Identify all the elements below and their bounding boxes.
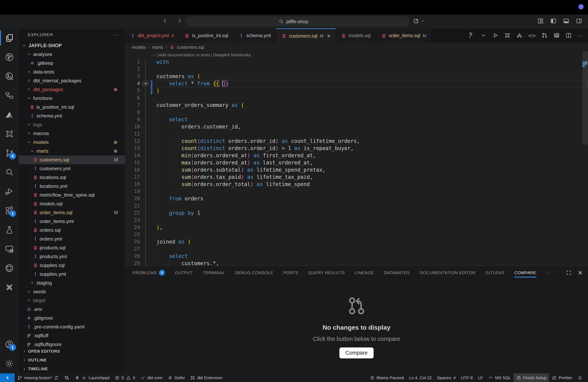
tab-is_positive_int.sql[interactable]: is_positive_int.sql bbox=[179, 28, 233, 43]
line-content[interactable]: sum(orders.subtotal) as lifetime_spend_p… bbox=[156, 166, 588, 173]
table-action[interactable] bbox=[553, 32, 560, 39]
codelens-actions[interactable]: ··· | Add documentation or tests | Datap… bbox=[125, 52, 588, 58]
breadcrumb-item[interactable]: marts bbox=[152, 45, 163, 50]
code-line-13[interactable]: 13 count(distinct orders.order_id) > 1 a… bbox=[125, 145, 588, 152]
line-content[interactable]: max(orders.ordered_at) as last_ordered_a… bbox=[156, 159, 588, 166]
line-content[interactable]: count(distinct orders.order_id) as count… bbox=[156, 137, 588, 145]
tree-item-target[interactable]: target bbox=[19, 296, 125, 305]
tree-item-dbt_internal_packages[interactable]: dbt_internal_packages bbox=[19, 76, 125, 85]
section-open-editors[interactable]: OPEN EDITORS bbox=[19, 347, 125, 356]
line-content[interactable] bbox=[156, 130, 588, 137]
add-line-button[interactable]: + bbox=[142, 80, 149, 87]
code-line-14[interactable]: 14 min(orders.ordered_at) as first_order… bbox=[125, 152, 588, 159]
tab-order_items.sql[interactable]: order_items.sqlM bbox=[376, 28, 432, 43]
tree-item-locations.yml[interactable]: !locations.yml bbox=[19, 182, 125, 191]
tree-item-.sqlfluffignore[interactable]: .sqlfluffignore bbox=[19, 340, 125, 347]
tab-models.sql[interactable]: models.sql bbox=[336, 28, 376, 43]
status-blame-paused[interactable]: Blame Paused bbox=[367, 373, 407, 382]
line-content[interactable]: customers as ( bbox=[156, 73, 588, 80]
line-content[interactable]: select bbox=[156, 252, 588, 260]
code-line-11[interactable]: 11 bbox=[125, 130, 588, 137]
activity-source-control[interactable]: 4 bbox=[0, 143, 19, 163]
line-content[interactable]: orders.customer_id, bbox=[156, 123, 588, 130]
tree-item-locations.sql[interactable]: locations.sql bbox=[19, 173, 125, 182]
toggle-secondary-sidebar-button[interactable] bbox=[576, 18, 582, 24]
activity-dbt-alt[interactable] bbox=[0, 278, 19, 297]
activity-testing[interactable] bbox=[0, 220, 19, 239]
line-content[interactable] bbox=[156, 109, 588, 116]
tree-item-.gitignore[interactable]: .gitignore bbox=[19, 314, 125, 323]
status-indentation[interactable]: Spaces: 4 bbox=[434, 373, 458, 382]
code-line-3[interactable]: 3customers as ( bbox=[125, 73, 588, 80]
tree-item-dbt_packages[interactable]: dbt_packages bbox=[19, 85, 125, 94]
status-notifications[interactable] bbox=[575, 373, 585, 382]
panel-tab-terminal[interactable]: TERMINAL bbox=[203, 266, 225, 280]
activity-gitlens-inspect[interactable] bbox=[0, 67, 19, 86]
compare-button[interactable]: Compare bbox=[339, 347, 374, 358]
status-git-compare[interactable] bbox=[62, 373, 72, 382]
forward-button[interactable] bbox=[176, 17, 183, 24]
tree-item-macros[interactable]: macros bbox=[19, 129, 125, 138]
activity-accounts[interactable]: 1 bbox=[0, 335, 19, 354]
line-content[interactable]: group by 1 bbox=[156, 209, 588, 217]
code-line-17[interactable]: 17 sum(orders.tax_paid) as lifetime_tax_… bbox=[125, 173, 588, 181]
split-editor-action[interactable] bbox=[566, 32, 572, 39]
line-content[interactable]: ) bbox=[156, 87, 588, 94]
tab-customers.sql[interactable]: customers.sqlM× bbox=[276, 28, 336, 43]
panel-tab-problems[interactable]: PROBLEMS8 bbox=[133, 266, 165, 280]
copilot-icon[interactable] bbox=[413, 17, 420, 24]
breadcrumb-item[interactable]: customers.sql bbox=[177, 45, 204, 50]
tree-item-products.sql[interactable]: products.sql bbox=[19, 243, 125, 252]
tree-item-is_positive_int.sql[interactable]: is_positive_int.sql bbox=[19, 103, 125, 112]
hammer-action[interactable] bbox=[468, 32, 475, 39]
section-outline[interactable]: OUTLINE bbox=[19, 356, 125, 364]
tree-item-models[interactable]: models bbox=[19, 138, 125, 147]
activity-gitlens[interactable] bbox=[0, 48, 19, 67]
code-line-18[interactable]: 18 sum(orders.order_total) as lifetime_s… bbox=[125, 181, 588, 188]
line-content[interactable]: sum(orders.tax_paid) as lifetime_tax_pai… bbox=[156, 173, 588, 181]
line-content[interactable]: customers.*, bbox=[156, 260, 588, 266]
dbt-x-action[interactable] bbox=[504, 32, 511, 39]
status-encoding[interactable]: UTF-8 bbox=[458, 373, 475, 382]
tree-item-supplies.sql[interactable]: supplies.sql bbox=[19, 261, 125, 270]
tree-item-order_items.sql[interactable]: order_items.sqlM bbox=[19, 208, 125, 217]
status-launchpad[interactable]: Launchpad bbox=[72, 373, 112, 382]
code-line-21[interactable]: 21 bbox=[125, 202, 588, 209]
code-editor[interactable]: ··· | Add documentation or tests | Datap… bbox=[125, 52, 588, 266]
tab-schema.yml[interactable]: !schema.yml bbox=[233, 28, 276, 43]
panel-tab-query-results[interactable]: QUERY RESULTS bbox=[308, 266, 345, 280]
line-content[interactable] bbox=[156, 217, 588, 224]
tree-item-seeds[interactable]: seeds bbox=[19, 287, 125, 296]
line-content[interactable]: min(orders.ordered_at) as first_ordered_… bbox=[156, 152, 588, 159]
code-line-15[interactable]: 15 max(orders.ordered_at) as last_ordere… bbox=[125, 159, 588, 166]
a-outline-action[interactable] bbox=[516, 32, 523, 39]
code-line-29[interactable]: 29 customers.*, bbox=[125, 260, 588, 266]
code-line-24[interactable]: 24), bbox=[125, 224, 588, 231]
breadcrumb-item[interactable]: models bbox=[132, 45, 146, 50]
code-line-10[interactable]: 10 orders.customer_id, bbox=[125, 123, 588, 130]
tab-dbt_project.yml[interactable]: !dbt_project.yml4 bbox=[125, 28, 179, 43]
panel-tab-debug-console[interactable]: DEBUG CONSOLE bbox=[235, 266, 273, 280]
code-line-27[interactable]: 27 bbox=[125, 245, 588, 252]
status-prettier[interactable]: Prettier bbox=[549, 373, 575, 382]
close-panel-icon[interactable]: ✕ bbox=[578, 269, 583, 276]
back-button[interactable] bbox=[162, 17, 168, 24]
code-line-6[interactable]: 6 bbox=[125, 94, 588, 101]
activity-extensions[interactable]: 1 bbox=[0, 201, 19, 220]
line-content[interactable] bbox=[156, 202, 588, 209]
tree-item-models.sql[interactable]: models.sql bbox=[19, 199, 125, 208]
explorer-more-actions[interactable]: ··· bbox=[113, 32, 120, 38]
tree-item-.gitkeep[interactable]: .gitkeep bbox=[19, 59, 125, 68]
more-actions-icon[interactable]: ··· bbox=[577, 33, 583, 38]
panel-tab-documentation-editor[interactable]: DOCUMENTATION EDITOR bbox=[420, 266, 476, 280]
code-line-28[interactable]: 28 select bbox=[125, 252, 588, 260]
line-content[interactable]: sum(orders.order_total) as lifetime_spen… bbox=[156, 181, 588, 188]
status-finish-setup[interactable]: Finish Setup bbox=[514, 373, 549, 382]
code-line-26[interactable]: 26joined as ( bbox=[125, 238, 588, 245]
activity-datapilot[interactable] bbox=[0, 105, 19, 124]
status-remote-indicator[interactable] bbox=[0, 373, 15, 382]
code-line-16[interactable]: 16 sum(orders.subtotal) as lifetime_spen… bbox=[125, 166, 588, 173]
status-defer[interactable]: Defer bbox=[165, 373, 188, 382]
line-content[interactable]: from orders bbox=[156, 195, 588, 202]
code-line-23[interactable]: 23 bbox=[125, 217, 588, 224]
